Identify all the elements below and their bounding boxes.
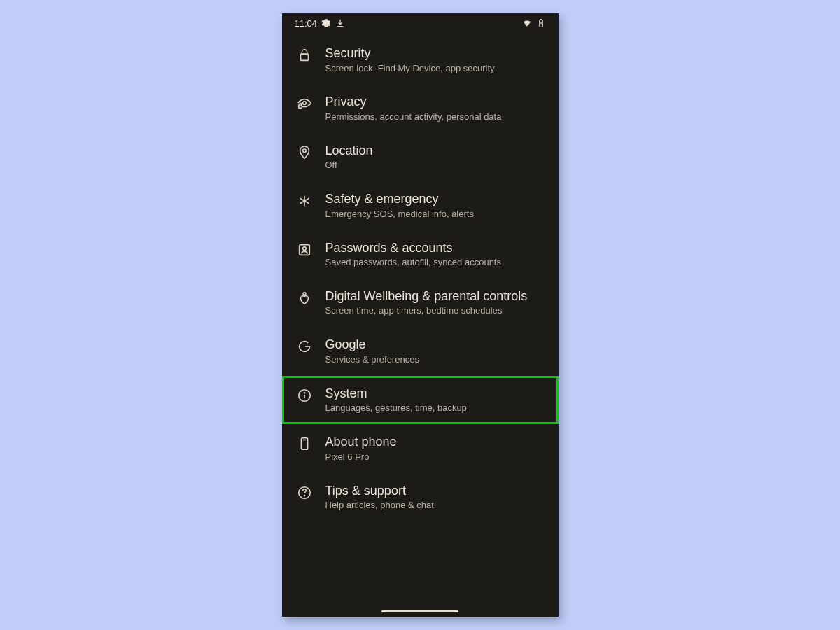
svg-point-7 xyxy=(302,246,306,250)
settings-item-text: Google Services & preferences xyxy=(326,337,546,365)
settings-item-text: Location Off xyxy=(326,143,546,172)
help-icon xyxy=(296,484,313,501)
settings-item-about[interactable]: About phone Pixel 6 Pro xyxy=(282,424,559,472)
settings-item-text: Privacy Permissions, account activity, p… xyxy=(326,94,546,122)
settings-item-title: Security xyxy=(326,46,546,62)
settings-item-text: Tips & support Help articles, phone & ch… xyxy=(326,483,546,512)
settings-item-text: Digital Wellbeing & parental controls Sc… xyxy=(326,288,546,317)
settings-item-text: About phone Pixel 6 Pro xyxy=(326,434,546,463)
svg-point-3 xyxy=(302,102,306,105)
gear-icon xyxy=(321,18,331,28)
svg-point-15 xyxy=(304,495,304,496)
settings-item-title: About phone xyxy=(326,434,546,450)
settings-item-wellbeing[interactable]: Digital Wellbeing & parental controls Sc… xyxy=(282,279,559,327)
eye-lock-icon xyxy=(296,95,313,112)
phone-device-icon xyxy=(296,435,313,452)
settings-item-google[interactable]: Google Services & preferences xyxy=(282,327,559,375)
gesture-nav-bar[interactable] xyxy=(382,610,458,612)
settings-item-subtitle: Screen lock, Find My Device, app securit… xyxy=(326,63,546,75)
svg-point-8 xyxy=(303,293,306,295)
settings-item-subtitle: Permissions, account activity, personal … xyxy=(326,111,546,123)
svg-rect-4 xyxy=(298,105,302,108)
settings-item-system[interactable]: System Languages, gestures, time, backup xyxy=(282,376,559,424)
settings-item-subtitle: Emergency SOS, medical info, alerts xyxy=(326,209,546,220)
settings-item-text: Passwords & accounts Saved passwords, au… xyxy=(326,240,546,269)
settings-item-title: Location xyxy=(326,143,546,159)
settings-item-title: Google xyxy=(326,337,546,353)
settings-item-subtitle: Screen time, app timers, bedtime schedul… xyxy=(326,305,546,317)
wifi-icon xyxy=(522,18,532,28)
settings-list[interactable]: Security Screen lock, Find My Device, ap… xyxy=(282,33,559,528)
heart-person-icon xyxy=(296,290,313,307)
lock-icon xyxy=(296,47,313,64)
svg-rect-2 xyxy=(300,54,308,60)
settings-item-subtitle: Services & preferences xyxy=(326,354,546,366)
settings-item-subtitle: Saved passwords, autofill, synced accoun… xyxy=(326,257,546,269)
settings-item-text: Security Screen lock, Find My Device, ap… xyxy=(326,46,546,74)
settings-item-text: Safety & emergency Emergency SOS, medica… xyxy=(326,191,546,220)
svg-point-5 xyxy=(302,149,306,153)
status-time: 11:04 xyxy=(295,18,318,29)
status-right xyxy=(522,18,546,28)
location-pin-icon xyxy=(296,144,313,161)
phone-frame: 11:04 Security Screen lock, F xyxy=(282,13,559,617)
settings-item-safety[interactable]: Safety & emergency Emergency SOS, medica… xyxy=(282,181,559,230)
settings-item-title: System xyxy=(326,386,546,402)
settings-item-location[interactable]: Location Off xyxy=(282,133,559,181)
settings-item-security[interactable]: Security Screen lock, Find My Device, ap… xyxy=(282,36,559,84)
settings-item-tips[interactable]: Tips & support Help articles, phone & ch… xyxy=(282,473,559,522)
battery-icon xyxy=(536,18,546,28)
info-icon xyxy=(296,387,313,404)
settings-item-title: Digital Wellbeing & parental controls xyxy=(326,288,546,304)
settings-item-subtitle: Help articles, phone & chat xyxy=(326,500,546,512)
settings-item-title: Safety & emergency xyxy=(326,191,546,207)
svg-point-11 xyxy=(304,393,304,393)
settings-item-title: Privacy xyxy=(326,94,546,110)
settings-item-passwords[interactable]: Passwords & accounts Saved passwords, au… xyxy=(282,230,559,279)
settings-item-subtitle: Off xyxy=(326,160,546,172)
svg-rect-1 xyxy=(540,19,541,20)
settings-item-title: Passwords & accounts xyxy=(326,240,546,256)
settings-item-subtitle: Languages, gestures, time, backup xyxy=(326,402,546,414)
status-left: 11:04 xyxy=(295,18,346,29)
settings-item-title: Tips & support xyxy=(326,483,546,499)
asterisk-icon xyxy=(296,192,313,209)
settings-item-subtitle: Pixel 6 Pro xyxy=(326,451,546,463)
google-g-icon xyxy=(296,338,313,355)
download-icon xyxy=(335,18,345,28)
settings-item-text: System Languages, gestures, time, backup xyxy=(326,386,546,414)
settings-item-privacy[interactable]: Privacy Permissions, account activity, p… xyxy=(282,84,559,132)
status-bar: 11:04 xyxy=(282,13,559,33)
account-box-icon xyxy=(296,241,313,258)
